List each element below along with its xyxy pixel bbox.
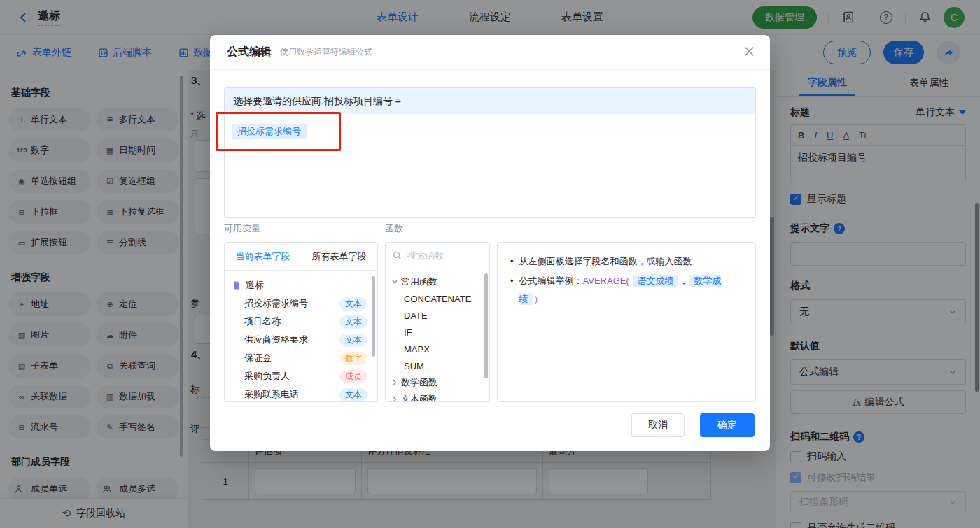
chevron-right-icon: [391, 379, 398, 386]
variable-item[interactable]: 项目名称文本: [225, 313, 377, 331]
variable-form-node[interactable]: 邀标: [225, 276, 377, 294]
field-type-badge: 文本: [340, 334, 368, 347]
form-doc-icon: [232, 280, 241, 290]
function-search[interactable]: [386, 243, 489, 269]
variable-item[interactable]: 保证金数字: [225, 349, 377, 367]
formula-edit-modal: 公式编辑 使用数学运算符编辑公式 选择要邀请的供应商.招投标项目编号 = 招投标…: [210, 35, 770, 451]
formula-editor-area[interactable]: 选择要邀请的供应商.招投标项目编号 = 招投标需求编号: [224, 87, 756, 218]
function-search-input[interactable]: [407, 250, 477, 261]
field-type-badge: 文本: [340, 388, 368, 401]
function-name-text: AVERAGE(: [583, 276, 629, 286]
chevron-right-icon: [391, 396, 398, 402]
function-group-math[interactable]: 数学函数: [386, 374, 489, 391]
formula-target-bar: 选择要邀请的供应商.招投标项目编号 =: [225, 88, 755, 114]
function-item[interactable]: MAPX: [386, 341, 489, 357]
variable-item[interactable]: 供应商资格要求文本: [225, 331, 377, 349]
formula-help-panel: 从左侧面板选择字段名和函数，或输入函数 公式编辑举例：AVERAGE( 语文成绩…: [497, 242, 756, 402]
close-icon[interactable]: [744, 46, 755, 57]
variable-item[interactable]: 采购负责人成员: [225, 367, 377, 385]
variables-section-label: 可用变量: [224, 222, 260, 235]
variables-scrollbar[interactable]: [372, 276, 375, 357]
confirm-button[interactable]: 确定: [700, 413, 755, 437]
app-window: 邀标 表单设计 流程设定 表单设置 数据管理 C 表单外链: [0, 0, 980, 528]
formula-input-body[interactable]: 招投标需求编号: [225, 114, 755, 218]
chevron-down-icon: [391, 278, 398, 285]
help-example: 公式编辑举例：AVERAGE( 语文成绩，数学成绩）: [510, 272, 743, 308]
function-group-common[interactable]: 常用函数: [386, 273, 489, 290]
functions-scrollbar[interactable]: [484, 273, 488, 378]
functions-section-label: 函数: [385, 222, 403, 235]
field-type-badge: 数字: [340, 352, 368, 365]
example-field-chip: 语文成绩: [633, 275, 678, 287]
field-type-badge: 文本: [340, 315, 368, 329]
field-type-badge: 成员: [340, 370, 368, 383]
function-item[interactable]: DATE: [386, 307, 489, 324]
help-tip: 从左侧面板选择字段名和函数，或输入函数: [510, 252, 743, 271]
field-type-badge: 文本: [340, 297, 368, 311]
tab-current-form-fields[interactable]: 当前表单字段: [225, 243, 301, 270]
variable-item[interactable]: 招投标需求编号文本: [225, 294, 377, 313]
modal-subtitle: 使用数学运算符编辑公式: [280, 46, 372, 58]
search-icon: [393, 251, 402, 260]
modal-title: 公式编辑: [227, 45, 272, 59]
function-group-text[interactable]: 文本函数: [386, 391, 489, 402]
function-item[interactable]: IF: [386, 324, 489, 341]
function-item[interactable]: CONCATENATE: [386, 290, 489, 307]
formula-field-chip[interactable]: 招投标需求编号: [232, 124, 307, 139]
function-item[interactable]: SUM: [386, 357, 489, 374]
functions-panel: 常用函数 CONCATENATE DATE IF MAPX SUM 数学函数 文…: [385, 242, 490, 402]
cancel-button[interactable]: 取消: [631, 413, 685, 437]
tab-all-form-fields[interactable]: 所有表单字段: [301, 243, 377, 270]
variables-panel: 当前表单字段 所有表单字段 邀标 招投标需求编号文本 项目名称文本 供应商资格要…: [224, 242, 378, 402]
variable-item[interactable]: 采购联系电话文本: [225, 385, 377, 402]
